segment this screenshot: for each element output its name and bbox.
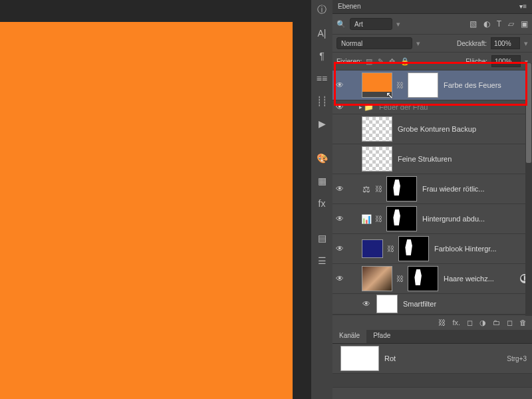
layer-mask-thumbnail[interactable]: [408, 72, 438, 98]
visibility-icon[interactable]: 👁: [359, 299, 374, 309]
layer-row[interactable]: Feine Strukturen: [332, 144, 532, 174]
filter-type-select[interactable]: [350, 18, 392, 30]
tab-channels[interactable]: Kanäle: [332, 330, 366, 343]
layers-list: 👁 ⛓ Farbe des Feuers 👁 ▸ 📁 Feuer der Fra…: [332, 70, 532, 315]
channel-row[interactable]: Rot Strg+3: [332, 344, 532, 374]
filter-type-icon[interactable]: T: [497, 19, 501, 29]
layer-thumbnail[interactable]: [362, 146, 392, 172]
layer-name[interactable]: Grobe Konturen Backup: [398, 125, 529, 133]
lock-transparent-icon[interactable]: ▨: [366, 57, 372, 66]
panel-icon[interactable]: ┊┊: [315, 96, 329, 106]
link-icon[interactable]: ⛓: [438, 319, 446, 327]
actions-icon[interactable]: ▶: [315, 118, 329, 129]
channel-thumbnail[interactable]: [340, 346, 379, 371]
visibility-icon[interactable]: 👁: [332, 80, 347, 90]
layer-mask-thumbnail[interactable]: [386, 206, 417, 231]
layer-row[interactable]: 👁 ⚖ ⛓ Frau wieder rötlic...: [332, 174, 532, 204]
visibility-icon[interactable]: 👁: [332, 274, 347, 283]
layer-mask-thumbnail[interactable]: [398, 236, 429, 261]
layer-row[interactable]: 👁 ⛓ Farblook Hintergr...: [332, 234, 532, 264]
lock-position-icon[interactable]: ✥: [389, 57, 395, 66]
layer-name[interactable]: Smartfilter: [403, 300, 529, 308]
filter-pixel-icon[interactable]: ▧: [469, 19, 477, 29]
panel-icon[interactable]: ▤: [315, 233, 329, 243]
paragraph-icon[interactable]: ¶: [315, 51, 329, 61]
layer-name[interactable]: Farbe des Feuers: [444, 81, 529, 89]
layer-thumbnail[interactable]: [362, 239, 383, 258]
opacity-label: Deckkraft:: [457, 40, 487, 47]
layer-thumbnail[interactable]: [362, 116, 392, 142]
opacity-input[interactable]: [491, 37, 520, 49]
visibility-icon[interactable]: 👁: [332, 102, 347, 112]
layer-row[interactable]: 👁 ⛓ Haare weichz...: [332, 264, 532, 294]
workspace: [0, 0, 311, 399]
layer-new-icon[interactable]: ◻: [507, 319, 513, 327]
expand-icon[interactable]: ▸: [359, 104, 362, 110]
filter-shape-icon[interactable]: ▱: [508, 19, 514, 29]
channels-panel: Kanäle Pfade Rot Strg+3: [332, 330, 532, 388]
layers-panel: Ebenen ▾≡ 🔍 ▾ ▧ ◐ T ▱ ▣ ▾ Deckkraft: ▾ F…: [332, 0, 532, 399]
lock-pixels-icon[interactable]: ✎: [378, 57, 384, 66]
filter-smart-icon[interactable]: ▣: [521, 19, 528, 29]
search-icon[interactable]: 🔍: [336, 20, 346, 29]
layer-row[interactable]: 👁 📊 ⛓ Hintergrund abdu...: [332, 204, 532, 234]
smartfilter-row[interactable]: 👁 Smartfilter: [332, 294, 532, 315]
lock-fill-row: Fixieren: ▨ ✎ ✥ 🔒 Fläche: ▾: [332, 53, 532, 70]
info-icon[interactable]: ⓘ: [315, 4, 329, 16]
adjustment-new-icon[interactable]: ◑: [479, 319, 486, 327]
panel-icon[interactable]: ▦: [315, 176, 329, 186]
panel-title[interactable]: Ebenen: [338, 0, 360, 13]
channel-shortcut: Strg+3: [507, 355, 527, 362]
folder-icon: 📁: [364, 102, 374, 112]
styles-icon[interactable]: fx: [315, 198, 329, 209]
group-new-icon[interactable]: 🗀: [493, 319, 500, 327]
link-mask-icon[interactable]: ⛓: [396, 81, 404, 89]
fill-label: Fläche:: [466, 58, 487, 65]
panel-icon[interactable]: ≡≡: [315, 73, 329, 84]
visibility-icon[interactable]: 👁: [332, 244, 347, 253]
character-icon[interactable]: A|: [315, 28, 329, 39]
layers-footer: ⛓ fx. ◻ ◑ 🗀 ◻ 🗑: [332, 315, 532, 330]
layer-mask-thumbnail[interactable]: [386, 176, 417, 201]
layer-name[interactable]: Hintergrund abdu...: [422, 215, 529, 223]
scrollbar[interactable]: [525, 63, 532, 316]
layer-group-row[interactable]: 👁 ▸ 📁 Feuer der Frau: [332, 100, 532, 114]
layer-name[interactable]: Feuer der Frau: [379, 103, 529, 111]
channel-name[interactable]: Rot: [384, 354, 507, 362]
filter-mask-thumbnail[interactable]: [376, 295, 398, 313]
link-mask-icon[interactable]: ⛓: [375, 185, 382, 193]
tab-paths[interactable]: Pfade: [366, 330, 397, 343]
adjustment-icon[interactable]: 📊: [359, 211, 374, 226]
layer-row-selected[interactable]: 👁 ⛓ Farbe des Feuers: [332, 70, 532, 100]
layer-thumbnail[interactable]: [362, 266, 392, 291]
panel-icon[interactable]: ☰: [315, 255, 329, 266]
panel-menu-icon[interactable]: ▾≡: [519, 0, 527, 13]
layer-thumbnail[interactable]: [362, 72, 392, 98]
mask-icon[interactable]: ◻: [467, 319, 473, 327]
link-mask-icon[interactable]: ⛓: [387, 245, 394, 253]
layer-filter-bar: 🔍 ▾ ▧ ◐ T ▱ ▣: [332, 14, 532, 35]
blend-opacity-row: ▾ Deckkraft: ▾: [332, 35, 532, 53]
collapsed-panel-strip: ⓘ A| ¶ ≡≡ ┊┊ ▶ 🎨 ▦ fx ▤ ☰: [311, 0, 332, 399]
lock-all-icon[interactable]: 🔒: [400, 57, 410, 66]
visibility-icon[interactable]: 👁: [332, 214, 347, 223]
canvas-document[interactable]: [0, 22, 293, 399]
visibility-icon[interactable]: 👁: [332, 184, 347, 194]
blend-mode-select[interactable]: [336, 37, 412, 49]
layer-name[interactable]: Feine Strukturen: [398, 155, 529, 163]
channel-row[interactable]: [332, 374, 532, 388]
fx-icon[interactable]: fx.: [452, 319, 460, 327]
lock-label: Fixieren:: [336, 58, 362, 65]
link-mask-icon[interactable]: ⛓: [396, 275, 404, 283]
fill-input[interactable]: [491, 55, 521, 67]
layer-row[interactable]: Grobe Konturen Backup: [332, 114, 532, 144]
trash-icon[interactable]: 🗑: [519, 319, 527, 327]
link-mask-icon[interactable]: ⛓: [375, 215, 382, 223]
filter-adjust-icon[interactable]: ◐: [483, 19, 490, 29]
layer-name[interactable]: Farblook Hintergr...: [434, 245, 529, 253]
adjustment-icon[interactable]: ⚖: [359, 182, 374, 196]
layer-mask-thumbnail[interactable]: [408, 266, 438, 291]
layer-name[interactable]: Frau wieder rötlic...: [422, 185, 529, 193]
swatches-icon[interactable]: 🎨: [315, 153, 329, 164]
layer-name[interactable]: Haare weichz...: [444, 275, 519, 283]
